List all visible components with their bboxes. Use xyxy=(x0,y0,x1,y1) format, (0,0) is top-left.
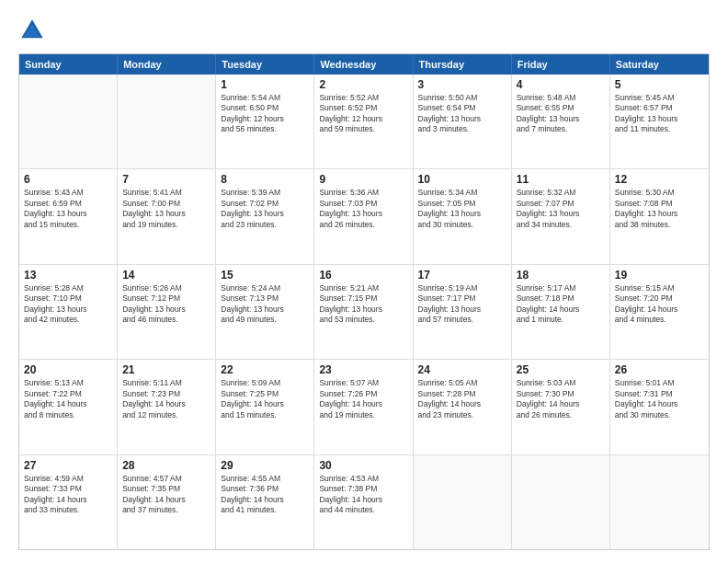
weekday-header: Thursday xyxy=(414,54,512,75)
calendar-cell: 3Sunrise: 5:50 AM Sunset: 6:54 PM Daylig… xyxy=(414,75,512,168)
calendar-cell: 5Sunrise: 5:45 AM Sunset: 6:57 PM Daylig… xyxy=(610,75,709,168)
cell-details: Sunrise: 5:24 AM Sunset: 7:13 PM Dayligh… xyxy=(221,283,309,326)
calendar-cell: 8Sunrise: 5:39 AM Sunset: 7:02 PM Daylig… xyxy=(216,169,314,263)
cell-details: Sunrise: 5:34 AM Sunset: 7:05 PM Dayligh… xyxy=(418,188,506,230)
calendar-cell: 23Sunrise: 5:07 AM Sunset: 7:26 PM Dayli… xyxy=(314,360,413,454)
day-number: 16 xyxy=(319,269,407,282)
cell-details: Sunrise: 5:15 AM Sunset: 7:20 PM Dayligh… xyxy=(615,283,704,326)
calendar-cell: 18Sunrise: 5:17 AM Sunset: 7:18 PM Dayli… xyxy=(512,265,610,359)
calendar-row: 20Sunrise: 5:13 AM Sunset: 7:22 PM Dayli… xyxy=(19,359,709,454)
calendar-cell: 21Sunrise: 5:11 AM Sunset: 7:23 PM Dayli… xyxy=(118,360,216,454)
day-number: 15 xyxy=(221,269,309,282)
calendar-cell: 10Sunrise: 5:34 AM Sunset: 7:05 PM Dayli… xyxy=(414,169,512,263)
cell-details: Sunrise: 5:21 AM Sunset: 7:15 PM Dayligh… xyxy=(319,283,407,326)
page: SundayMondayTuesdayWednesdayThursdayFrid… xyxy=(0,0,728,563)
cell-details: Sunrise: 5:30 AM Sunset: 7:08 PM Dayligh… xyxy=(615,188,704,230)
cell-details: Sunrise: 4:59 AM Sunset: 7:33 PM Dayligh… xyxy=(24,474,112,516)
calendar-cell: 16Sunrise: 5:21 AM Sunset: 7:15 PM Dayli… xyxy=(314,265,413,359)
calendar-cell xyxy=(610,455,709,549)
weekday-header: Sunday xyxy=(19,54,118,75)
day-number: 25 xyxy=(517,363,605,376)
day-number: 22 xyxy=(221,363,309,376)
day-number: 1 xyxy=(221,78,309,91)
calendar-cell: 20Sunrise: 5:13 AM Sunset: 7:22 PM Dayli… xyxy=(19,360,118,454)
calendar-cell xyxy=(414,455,512,549)
cell-details: Sunrise: 5:26 AM Sunset: 7:12 PM Dayligh… xyxy=(122,283,210,326)
calendar-cell: 2Sunrise: 5:52 AM Sunset: 6:52 PM Daylig… xyxy=(314,75,413,168)
logo-icon xyxy=(18,17,46,44)
cell-details: Sunrise: 5:19 AM Sunset: 7:17 PM Dayligh… xyxy=(418,283,506,326)
day-number: 26 xyxy=(615,363,704,376)
calendar-row: 1Sunrise: 5:54 AM Sunset: 6:50 PM Daylig… xyxy=(19,75,709,168)
day-number: 23 xyxy=(319,363,407,376)
day-number: 4 xyxy=(517,78,605,91)
calendar-cell: 11Sunrise: 5:32 AM Sunset: 7:07 PM Dayli… xyxy=(512,169,610,263)
cell-details: Sunrise: 5:39 AM Sunset: 7:02 PM Dayligh… xyxy=(221,188,309,230)
weekday-header: Tuesday xyxy=(216,54,314,75)
cell-details: Sunrise: 5:17 AM Sunset: 7:18 PM Dayligh… xyxy=(517,283,605,326)
weekday-header: Wednesday xyxy=(314,54,413,75)
calendar: SundayMondayTuesdayWednesdayThursdayFrid… xyxy=(18,53,710,550)
calendar-cell: 30Sunrise: 4:53 AM Sunset: 7:38 PM Dayli… xyxy=(314,455,413,549)
day-number: 11 xyxy=(517,173,605,186)
day-number: 14 xyxy=(122,269,210,282)
day-number: 29 xyxy=(221,459,309,472)
day-number: 10 xyxy=(418,173,506,186)
cell-details: Sunrise: 5:28 AM Sunset: 7:10 PM Dayligh… xyxy=(24,283,112,326)
day-number: 6 xyxy=(24,173,112,186)
cell-details: Sunrise: 5:32 AM Sunset: 7:07 PM Dayligh… xyxy=(517,188,605,230)
calendar-cell: 26Sunrise: 5:01 AM Sunset: 7:31 PM Dayli… xyxy=(610,360,709,454)
calendar-cell: 13Sunrise: 5:28 AM Sunset: 7:10 PM Dayli… xyxy=(19,265,118,359)
day-number: 17 xyxy=(418,269,506,282)
calendar-cell: 25Sunrise: 5:03 AM Sunset: 7:30 PM Dayli… xyxy=(512,360,610,454)
day-number: 19 xyxy=(615,269,704,282)
header xyxy=(18,17,710,44)
day-number: 13 xyxy=(24,269,112,282)
day-number: 28 xyxy=(122,459,210,472)
cell-details: Sunrise: 5:50 AM Sunset: 6:54 PM Dayligh… xyxy=(418,93,506,135)
calendar-header: SundayMondayTuesdayWednesdayThursdayFrid… xyxy=(19,54,709,75)
day-number: 27 xyxy=(24,459,112,472)
calendar-cell: 15Sunrise: 5:24 AM Sunset: 7:13 PM Dayli… xyxy=(216,265,314,359)
cell-details: Sunrise: 5:01 AM Sunset: 7:31 PM Dayligh… xyxy=(615,378,704,420)
calendar-cell: 14Sunrise: 5:26 AM Sunset: 7:12 PM Dayli… xyxy=(118,265,216,359)
cell-details: Sunrise: 5:07 AM Sunset: 7:26 PM Dayligh… xyxy=(319,378,407,420)
day-number: 5 xyxy=(615,78,704,91)
day-number: 20 xyxy=(24,363,112,376)
calendar-row: 6Sunrise: 5:43 AM Sunset: 6:59 PM Daylig… xyxy=(19,168,709,263)
calendar-row: 13Sunrise: 5:28 AM Sunset: 7:10 PM Dayli… xyxy=(19,264,709,359)
day-number: 24 xyxy=(418,363,506,376)
cell-details: Sunrise: 5:54 AM Sunset: 6:50 PM Dayligh… xyxy=(221,93,309,135)
cell-details: Sunrise: 5:13 AM Sunset: 7:22 PM Dayligh… xyxy=(24,378,112,420)
calendar-cell: 17Sunrise: 5:19 AM Sunset: 7:17 PM Dayli… xyxy=(414,265,512,359)
day-number: 30 xyxy=(319,459,407,472)
weekday-header: Monday xyxy=(118,54,216,75)
calendar-cell: 6Sunrise: 5:43 AM Sunset: 6:59 PM Daylig… xyxy=(19,169,118,263)
cell-details: Sunrise: 5:36 AM Sunset: 7:03 PM Dayligh… xyxy=(319,188,407,230)
cell-details: Sunrise: 5:52 AM Sunset: 6:52 PM Dayligh… xyxy=(319,93,407,135)
calendar-body: 1Sunrise: 5:54 AM Sunset: 6:50 PM Daylig… xyxy=(19,75,709,549)
cell-details: Sunrise: 5:03 AM Sunset: 7:30 PM Dayligh… xyxy=(517,378,605,420)
day-number: 7 xyxy=(122,173,210,186)
calendar-cell: 4Sunrise: 5:48 AM Sunset: 6:55 PM Daylig… xyxy=(512,75,610,168)
calendar-cell: 28Sunrise: 4:57 AM Sunset: 7:35 PM Dayli… xyxy=(118,455,216,549)
cell-details: Sunrise: 5:41 AM Sunset: 7:00 PM Dayligh… xyxy=(122,188,210,230)
calendar-cell: 27Sunrise: 4:59 AM Sunset: 7:33 PM Dayli… xyxy=(19,455,118,549)
day-number: 21 xyxy=(122,363,210,376)
calendar-cell xyxy=(512,455,610,549)
calendar-cell: 7Sunrise: 5:41 AM Sunset: 7:00 PM Daylig… xyxy=(118,169,216,263)
day-number: 8 xyxy=(221,173,309,186)
day-number: 9 xyxy=(319,173,407,186)
cell-details: Sunrise: 4:57 AM Sunset: 7:35 PM Dayligh… xyxy=(122,474,210,516)
calendar-cell: 12Sunrise: 5:30 AM Sunset: 7:08 PM Dayli… xyxy=(610,169,709,263)
day-number: 2 xyxy=(319,78,407,91)
calendar-cell: 29Sunrise: 4:55 AM Sunset: 7:36 PM Dayli… xyxy=(216,455,314,549)
day-number: 12 xyxy=(615,173,704,186)
cell-details: Sunrise: 5:45 AM Sunset: 6:57 PM Dayligh… xyxy=(615,93,704,135)
cell-details: Sunrise: 4:55 AM Sunset: 7:36 PM Dayligh… xyxy=(221,474,309,516)
cell-details: Sunrise: 5:05 AM Sunset: 7:28 PM Dayligh… xyxy=(418,378,506,420)
calendar-cell xyxy=(118,75,216,168)
calendar-cell: 9Sunrise: 5:36 AM Sunset: 7:03 PM Daylig… xyxy=(314,169,413,263)
day-number: 3 xyxy=(418,78,506,91)
calendar-cell: 22Sunrise: 5:09 AM Sunset: 7:25 PM Dayli… xyxy=(216,360,314,454)
